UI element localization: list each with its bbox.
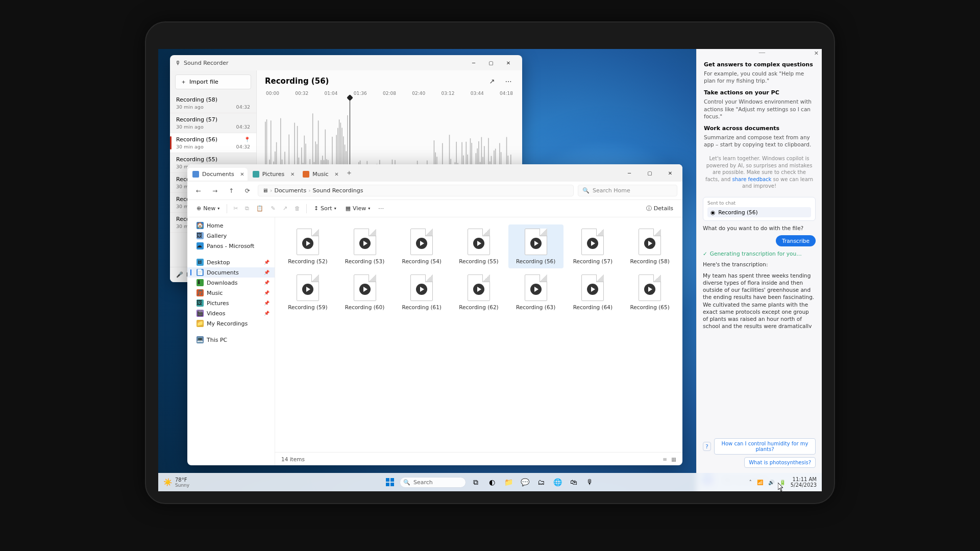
nav-desktop[interactable]: 🖥Desktop📌: [187, 257, 275, 267]
cut-button[interactable]: ✂: [230, 203, 241, 214]
new-tab-button[interactable]: ＋: [342, 168, 356, 178]
explorer-taskbar-button[interactable]: 📁: [502, 475, 515, 489]
explorer-tab[interactable]: Documents✕: [187, 168, 248, 181]
edge-taskbar-button[interactable]: 🌐: [551, 475, 564, 489]
nav-downloads[interactable]: ⬇Downloads📌: [187, 278, 275, 288]
tray-chevron-icon[interactable]: ˄: [749, 480, 752, 485]
clock[interactable]: 11:11 AM 5/24/2023: [791, 477, 817, 488]
back-button[interactable]: ←: [192, 185, 205, 197]
sound-recorder-titlebar[interactable]: 🎙 Sound Recorder ─ ▢ ✕: [170, 55, 522, 70]
explorer-tab[interactable]: Pictures✕: [248, 168, 298, 181]
up-button[interactable]: ↑: [225, 185, 237, 197]
explorer-search[interactable]: 🔍 Search Home: [578, 185, 677, 196]
minimize-button[interactable]: ─: [465, 56, 482, 69]
svg-rect-183: [390, 483, 394, 486]
file-item[interactable]: Recording (64): [566, 270, 621, 314]
suggestion-photosynthesis[interactable]: What is photosynthesis?: [744, 457, 816, 468]
current-recording-title: Recording (56): [265, 77, 329, 86]
rename-button[interactable]: ✎: [267, 203, 278, 214]
explorer-close-button[interactable]: ✕: [660, 165, 680, 181]
nav-onedrive[interactable]: ☁Panos - Microsoft: [187, 241, 275, 251]
explorer-tabbar: Documents✕Pictures✕Music✕ ＋ ─ ▢ ✕: [187, 164, 682, 182]
taskbar-search[interactable]: 🔍 Search: [400, 477, 466, 488]
taskview-button[interactable]: ⧉: [469, 475, 482, 489]
play-icon: [302, 238, 313, 249]
file-item[interactable]: Recording (61): [394, 270, 449, 314]
teams-taskbar-button[interactable]: 💬: [518, 475, 531, 489]
file-item[interactable]: Recording (55): [451, 224, 506, 268]
grid-view-toggle[interactable]: ▦: [671, 456, 676, 462]
delete-button[interactable]: 🗑: [291, 203, 303, 214]
copilot-minimize-icon[interactable]: ──: [759, 50, 765, 56]
nav-gallery[interactable]: 🖼Gallery: [187, 231, 275, 241]
file-name: Recording (60): [345, 304, 384, 310]
refresh-button[interactable]: ⟳: [241, 185, 254, 197]
share-button-fe[interactable]: ↗: [280, 203, 290, 214]
tab-close-icon[interactable]: ✕: [240, 171, 244, 177]
recording-item[interactable]: Recording (56)📍 30 min ago04:32: [170, 133, 256, 153]
start-button[interactable]: [383, 475, 397, 489]
paste-button[interactable]: 📋: [253, 203, 266, 214]
file-item[interactable]: Recording (63): [508, 270, 564, 314]
explorer-tab[interactable]: Music✕: [298, 168, 341, 181]
share-feedback-link[interactable]: share feedback: [732, 177, 772, 182]
list-view-toggle[interactable]: ≡: [663, 456, 667, 462]
import-file-button[interactable]: ＋ Import file: [175, 74, 251, 89]
details-button[interactable]: ⓘDetails: [642, 203, 677, 214]
more-cmd-button[interactable]: ⋯: [375, 203, 387, 214]
file-item[interactable]: Recording (62): [451, 270, 506, 314]
file-item[interactable]: Recording (56): [508, 224, 564, 268]
file-item[interactable]: Recording (52): [280, 224, 335, 268]
more-button[interactable]: ⋯: [503, 76, 514, 87]
copilot-close-button[interactable]: ✕: [814, 50, 819, 57]
date: 5/24/2023: [791, 482, 817, 488]
crumb-documents[interactable]: Documents: [274, 187, 306, 194]
suggestion-humidity[interactable]: How can I control humidity for my plants…: [714, 438, 816, 455]
nav-documents[interactable]: 📄Documents📌: [187, 267, 275, 278]
breadcrumb[interactable]: 🖥 › Documents › Sound Recordings: [258, 185, 574, 196]
crumb-sound-recordings[interactable]: Sound Recordings: [313, 187, 363, 194]
user-response-button[interactable]: Transcribe: [776, 235, 816, 246]
tab-close-icon[interactable]: ✕: [290, 171, 295, 177]
sort-button[interactable]: ↕Sort▾: [310, 203, 340, 214]
recording-item[interactable]: Recording (58) 30 min ago04:32: [170, 93, 256, 113]
nav-this-pc[interactable]: 💻This PC: [187, 335, 275, 345]
nav-my-recordings[interactable]: 📁My Recordings: [187, 318, 275, 329]
explorer-minimize-button[interactable]: ─: [619, 165, 640, 181]
file-item[interactable]: Recording (54): [394, 224, 449, 268]
share-button[interactable]: ↗: [486, 76, 498, 87]
file-name: Recording (59): [288, 304, 327, 310]
new-button[interactable]: ⊕New▾: [192, 203, 224, 214]
time: 11:11 AM: [791, 477, 817, 482]
copilot-taskbar-button[interactable]: ◐: [485, 475, 499, 489]
tab-close-icon[interactable]: ✕: [334, 171, 338, 177]
files-taskbar-button[interactable]: 🗂: [534, 475, 548, 489]
weather-widget[interactable]: ☀️ 78°F Sunny: [163, 477, 189, 488]
recording-item[interactable]: Recording (57) 30 min ago04:32: [170, 113, 256, 133]
file-item[interactable]: Recording (59): [280, 270, 335, 314]
file-item[interactable]: Recording (58): [622, 224, 677, 268]
close-button[interactable]: ✕: [500, 56, 517, 69]
maximize-button[interactable]: ▢: [482, 56, 500, 69]
forward-button[interactable]: →: [209, 185, 221, 197]
nav-pictures[interactable]: 🖼Pictures📌: [187, 298, 275, 308]
nav-music[interactable]: 🎵Music📌: [187, 288, 275, 298]
nav-videos[interactable]: 🎬Videos📌: [187, 308, 275, 318]
audio-file-icon: ◉: [710, 209, 715, 215]
view-button[interactable]: ▦View▾: [341, 203, 375, 214]
explorer-maximize-button[interactable]: ▢: [640, 165, 660, 181]
sound-recorder-taskbar-button[interactable]: 🎙: [583, 475, 597, 489]
volume-icon[interactable]: 🔊: [768, 480, 774, 485]
search-placeholder: Search Home: [593, 187, 630, 194]
battery-icon[interactable]: 🔋: [779, 480, 786, 485]
file-item[interactable]: Recording (65): [622, 270, 677, 314]
file-item[interactable]: Recording (57): [566, 224, 621, 268]
file-item[interactable]: Recording (53): [337, 224, 393, 268]
wifi-icon[interactable]: 📶: [757, 480, 763, 485]
file-item[interactable]: Recording (60): [337, 270, 393, 314]
nav-home[interactable]: 🏠Home: [187, 220, 275, 231]
store-taskbar-button[interactable]: 🛍: [567, 475, 580, 489]
copy-button[interactable]: ⧉: [242, 203, 252, 214]
play-icon: [530, 238, 542, 249]
file-chip[interactable]: ◉ Recording (56): [707, 207, 811, 217]
